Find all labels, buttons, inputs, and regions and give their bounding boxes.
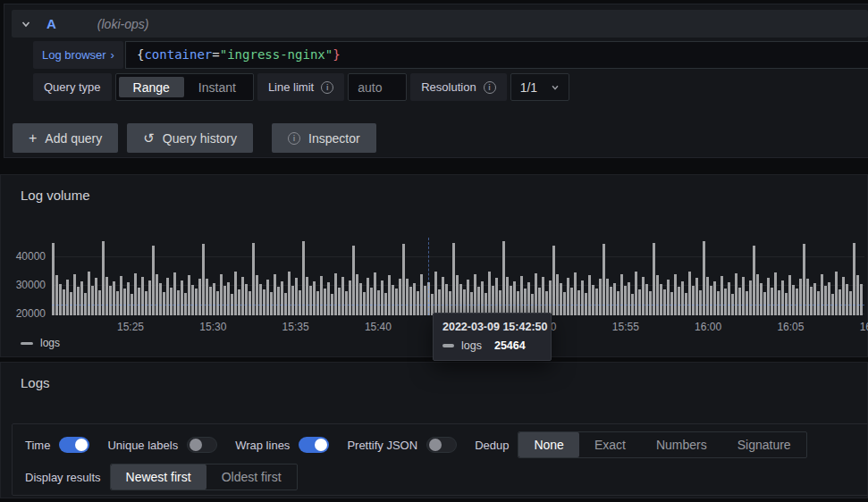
- volume-bar: [338, 288, 341, 315]
- volume-bar: [274, 274, 276, 315]
- dedup-exact[interactable]: Exact: [579, 432, 641, 457]
- time-toggle[interactable]: [59, 437, 89, 453]
- volume-bar: [420, 274, 423, 315]
- volume-bar: [345, 291, 348, 315]
- volume-bar: [645, 284, 648, 315]
- volume-bar: [806, 279, 809, 315]
- volume-bar: [320, 276, 323, 315]
- volume-bar: [399, 279, 401, 315]
- volume-bar: [774, 272, 777, 315]
- volume-bar: [527, 282, 530, 315]
- volume-bar: [771, 288, 773, 315]
- volume-bar: [624, 286, 627, 315]
- volume-bar: [692, 286, 695, 315]
- volume-bar: [159, 283, 162, 315]
- wrap-lines-toggle[interactable]: [299, 437, 329, 453]
- query-history-button[interactable]: ↺ Query history: [127, 123, 253, 153]
- volume-bar: [635, 272, 637, 315]
- dedup-none[interactable]: None: [518, 432, 578, 457]
- volume-bar: [213, 283, 215, 315]
- volume-bar: [796, 289, 798, 315]
- volume-bar: [406, 279, 409, 315]
- query-type-range[interactable]: Range: [119, 77, 184, 97]
- prettify-json-toggle[interactable]: [426, 437, 457, 453]
- volume-bar: [613, 283, 616, 315]
- volume-bar: [788, 275, 791, 315]
- volume-bar: [588, 275, 591, 315]
- volume-bar: [760, 283, 763, 315]
- volume-bar: [656, 275, 659, 315]
- volume-bar: [592, 285, 594, 315]
- volume-bar: [249, 291, 251, 315]
- volume-bar: [459, 284, 462, 315]
- query-input[interactable]: {container="ingress-nginx"}: [125, 41, 868, 69]
- log-browser-button[interactable]: Log browser ›: [33, 41, 123, 69]
- volume-bar: [785, 293, 788, 315]
- inspector-button[interactable]: i Inspector: [272, 123, 376, 153]
- volume-bar: [309, 286, 312, 315]
- volume-bar: [649, 291, 652, 315]
- volume-bar: [849, 291, 852, 315]
- volume-bar: [488, 272, 491, 315]
- volume-bar: [746, 291, 748, 315]
- volume-bar: [781, 280, 784, 315]
- unique-labels-toggle[interactable]: [187, 437, 217, 453]
- volume-bar: [538, 288, 541, 315]
- info-icon[interactable]: i: [484, 81, 496, 94]
- volume-bar: [145, 291, 147, 315]
- volume-bar: [620, 274, 623, 315]
- dedup-numbers[interactable]: Numbers: [641, 432, 722, 457]
- volume-bar: [517, 291, 519, 315]
- volume-bar: [595, 289, 598, 315]
- volume-bar: [417, 291, 419, 316]
- volume-bar: [173, 272, 176, 315]
- volume-bar: [839, 289, 841, 315]
- volume-bar: [678, 287, 680, 315]
- tooltip-series-swatch: [442, 344, 454, 347]
- volume-bar: [116, 291, 119, 315]
- volume-bar: [198, 279, 201, 315]
- volume-bar: [105, 277, 108, 315]
- display-oldest-first[interactable]: Oldest first: [206, 464, 297, 489]
- query-type-instant[interactable]: Instant: [184, 77, 250, 97]
- volume-bar: [560, 283, 562, 315]
- info-icon: i: [288, 132, 300, 145]
- volume-plot[interactable]: [52, 238, 864, 315]
- volume-bar: [341, 277, 344, 315]
- volume-bar: [638, 289, 641, 315]
- query-row-header[interactable]: A (loki-ops): [12, 10, 868, 38]
- volume-bar: [467, 280, 469, 315]
- volume-bar: [270, 292, 273, 315]
- volume-bar: [80, 281, 83, 315]
- volume-bar: [846, 284, 848, 315]
- volume-bar: [109, 286, 112, 315]
- resolution-select[interactable]: 1/1: [510, 73, 569, 101]
- volume-bar: [138, 288, 140, 315]
- info-icon[interactable]: i: [321, 81, 333, 94]
- volume-bar: [799, 279, 802, 315]
- dedup-signature[interactable]: Signature: [722, 432, 806, 457]
- volume-bar: [510, 286, 512, 315]
- volume-bar: [660, 284, 662, 315]
- time-toggle-label: Time: [25, 439, 50, 452]
- volume-bar: [699, 290, 702, 315]
- plus-icon: +: [29, 130, 37, 146]
- y-tick-label: 30000: [8, 279, 46, 291]
- legend-item-logs[interactable]: logs: [21, 337, 60, 349]
- line-limit-input[interactable]: auto: [348, 73, 407, 101]
- volume-bar: [456, 275, 459, 315]
- volume-bar: [710, 286, 712, 315]
- volume-bar: [316, 291, 319, 315]
- volume-bar: [291, 286, 294, 315]
- volume-bar: [141, 277, 144, 315]
- add-query-button[interactable]: + Add query: [13, 123, 118, 153]
- volume-bar: [606, 279, 609, 315]
- x-tick-label: 16:00: [681, 321, 735, 333]
- display-newest-first[interactable]: Newest first: [111, 464, 206, 489]
- volume-bar: [524, 289, 527, 315]
- volume-bar: [63, 289, 65, 315]
- volume-bar: [370, 288, 373, 315]
- volume-bar: [549, 280, 552, 315]
- volume-bar: [156, 274, 158, 315]
- chevron-down-icon[interactable]: [21, 19, 31, 29]
